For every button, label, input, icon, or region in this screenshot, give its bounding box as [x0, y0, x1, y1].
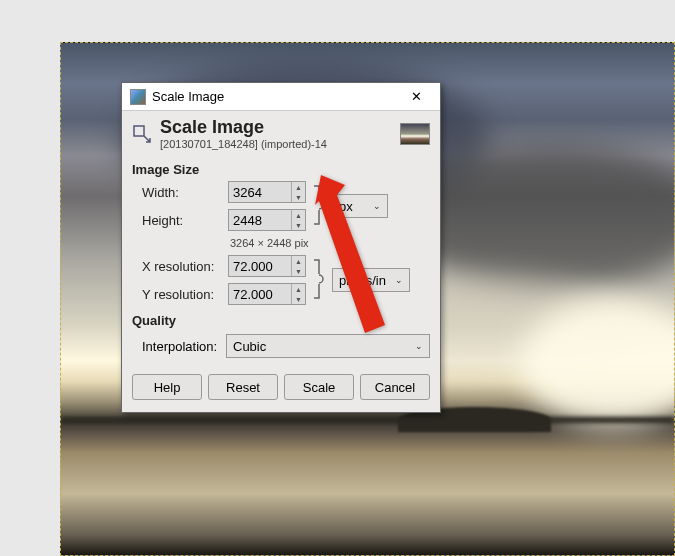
chevron-down-icon: ⌄ [395, 275, 403, 285]
yres-up-icon[interactable]: ▲ [292, 284, 305, 294]
scale-button[interactable]: Scale [284, 374, 354, 400]
close-button[interactable]: ✕ [396, 86, 436, 108]
size-unit-value: px [339, 199, 353, 214]
yres-input[interactable]: ▲ ▼ [228, 283, 306, 305]
interpolation-label: Interpolation: [132, 339, 218, 354]
res-unit-value: pixels/in [339, 273, 386, 288]
height-field[interactable] [229, 210, 291, 230]
xres-up-icon[interactable]: ▲ [292, 256, 305, 266]
reset-button[interactable]: Reset [208, 374, 278, 400]
width-input[interactable]: ▲ ▼ [228, 181, 306, 203]
height-up-icon[interactable]: ▲ [292, 210, 305, 220]
image-size-heading: Image Size [122, 154, 440, 181]
interpolation-select[interactable]: Cubic ⌄ [226, 334, 430, 358]
chain-link-icon [312, 182, 326, 231]
quality-heading: Quality [122, 305, 440, 332]
chain-link-icon [312, 256, 326, 305]
xres-label: X resolution: [132, 259, 224, 274]
width-down-icon[interactable]: ▼ [292, 192, 305, 202]
res-link-toggle[interactable] [310, 255, 328, 305]
xres-down-icon[interactable]: ▼ [292, 266, 305, 276]
chevron-down-icon: ⌄ [415, 341, 423, 351]
yres-field[interactable] [229, 284, 291, 304]
yres-label: Y resolution: [132, 287, 224, 302]
close-icon: ✕ [411, 89, 422, 104]
cancel-button[interactable]: Cancel [360, 374, 430, 400]
dimensions-readout: 3264 × 2448 pix [228, 237, 412, 249]
help-button[interactable]: Help [132, 374, 202, 400]
chevron-down-icon: ⌄ [373, 201, 381, 211]
image-thumbnail [400, 123, 430, 145]
titlebar[interactable]: Scale Image ✕ [122, 83, 440, 111]
yres-down-icon[interactable]: ▼ [292, 294, 305, 304]
interpolation-value: Cubic [233, 339, 266, 354]
res-unit-select[interactable]: pixels/in ⌄ [332, 268, 410, 292]
dialog-header: Scale Image [20130701_184248] (imported)… [122, 111, 440, 154]
height-down-icon[interactable]: ▼ [292, 220, 305, 230]
width-up-icon[interactable]: ▲ [292, 182, 305, 192]
width-field[interactable] [229, 182, 291, 202]
height-label: Height: [132, 213, 224, 228]
app-icon [130, 89, 146, 105]
width-label: Width: [132, 185, 224, 200]
dialog-subtitle: [20130701_184248] (imported)-14 [160, 138, 392, 150]
dialog-title: Scale Image [160, 117, 392, 138]
xres-input[interactable]: ▲ ▼ [228, 255, 306, 277]
size-unit-select[interactable]: px ⌄ [332, 194, 388, 218]
svg-rect-0 [134, 126, 144, 136]
xres-field[interactable] [229, 256, 291, 276]
scale-icon [132, 124, 152, 144]
window-title: Scale Image [152, 89, 396, 104]
scale-image-dialog: Scale Image ✕ Scale Image [20130701_1842… [121, 82, 441, 413]
size-link-toggle[interactable] [310, 181, 328, 231]
height-input[interactable]: ▲ ▼ [228, 209, 306, 231]
